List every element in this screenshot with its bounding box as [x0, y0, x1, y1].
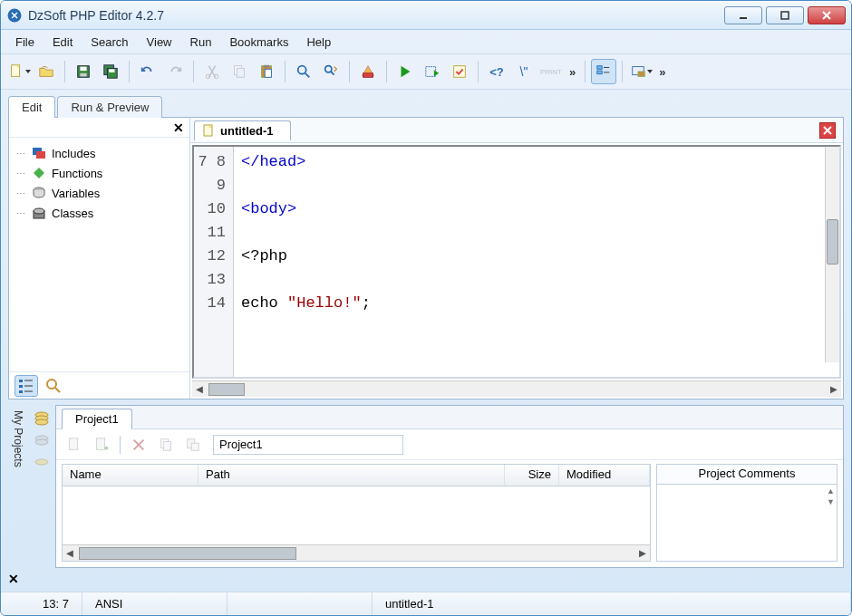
code-body[interactable]: </head> <body> <?php echo "Hello!"; [234, 147, 839, 377]
help-button[interactable] [355, 59, 381, 84]
editor-area: untitled-1 7 8 9 10 11 12 13 14 </head> … [190, 118, 843, 399]
scroll-right-arrow[interactable]: ► [635, 546, 650, 560]
grid-body[interactable] [63, 486, 650, 544]
new-file-button[interactable] [6, 59, 32, 84]
separator [64, 61, 65, 82]
validate-button[interactable] [447, 59, 472, 84]
code-tree: ⋯ Includes ⋯ Functions ⋯ Variables ⋯ [9, 138, 189, 371]
panel-close-icon[interactable]: ✕ [173, 120, 184, 135]
separator [285, 61, 286, 82]
tree-item-includes[interactable]: ⋯ Includes [16, 143, 182, 163]
undo-button[interactable] [135, 59, 160, 84]
horizontal-scrollbar[interactable]: ◄ ► [192, 380, 841, 397]
comments-up-arrow[interactable]: ▲ [827, 486, 835, 496]
close-button[interactable] [808, 6, 846, 24]
redo-button[interactable] [162, 59, 188, 84]
tab-edit[interactable]: Edit [8, 96, 55, 118]
tab-run-preview[interactable]: Run & Preview [57, 96, 162, 118]
col-size[interactable]: Size [505, 465, 559, 486]
paste-button[interactable] [254, 59, 279, 84]
project-single-icon[interactable] [34, 454, 50, 470]
project-tab[interactable]: Project1 [62, 409, 132, 429]
tree-item-functions[interactable]: ⋯ Functions [16, 163, 182, 183]
status-spacer [228, 592, 373, 615]
project-panel-close-icon[interactable]: ✕ [8, 572, 19, 586]
file-tab[interactable]: untitled-1 [194, 120, 291, 140]
project-layer-icon[interactable] [34, 432, 50, 448]
find-replace-button[interactable] [318, 59, 344, 84]
file-close-button[interactable] [819, 122, 836, 139]
view-tabs: Edit Run & Preview [1, 90, 851, 117]
cut-button[interactable] [199, 59, 225, 84]
menu-run[interactable]: Run [183, 33, 219, 52]
toolbar-overflow[interactable]: » [566, 65, 579, 79]
col-name[interactable]: Name [63, 465, 198, 486]
find-button[interactable] [291, 59, 316, 84]
comments-body[interactable]: ▲▼ [657, 485, 837, 561]
project-add-button[interactable] [89, 432, 114, 457]
open-file-button[interactable] [34, 59, 59, 84]
run-select-button[interactable] [420, 59, 445, 84]
tree-item-variables[interactable]: ⋯ Variables [16, 183, 182, 203]
includes-icon [32, 146, 46, 160]
statusbar: 13: 7 ANSI untitled-1 [1, 592, 851, 615]
svg-marker-35 [647, 70, 653, 73]
save-button[interactable] [71, 59, 96, 84]
menu-search[interactable]: Search [83, 33, 135, 52]
menu-view[interactable]: View [140, 33, 179, 52]
project-tabs: Project1 [56, 406, 843, 429]
options-button[interactable] [628, 59, 654, 84]
separator [193, 61, 194, 82]
col-modified[interactable]: Modified [559, 465, 650, 486]
scroll-left-arrow[interactable]: ◄ [63, 546, 77, 560]
project-add-file-button[interactable] [62, 432, 87, 457]
project-delete-button[interactable] [126, 432, 151, 457]
file-tab-label: untitled-1 [220, 124, 274, 138]
separator [120, 436, 121, 454]
col-path[interactable]: Path [198, 465, 505, 486]
code-editor[interactable]: 7 8 9 10 11 12 13 14 </head> <body> <?ph… [192, 145, 841, 379]
project-name-value: Project1 [219, 438, 263, 451]
project-copy-button[interactable] [153, 432, 179, 457]
project-paste-button[interactable] [180, 432, 206, 457]
comments-down-arrow[interactable]: ▼ [827, 497, 835, 506]
menu-file[interactable]: File [8, 33, 42, 52]
menu-bookmarks[interactable]: Bookmarks [222, 33, 295, 52]
svg-marker-25 [402, 66, 411, 78]
tree-label: Functions [52, 167, 102, 180]
file-icon [202, 124, 215, 137]
project-toolbar: Project1 [56, 429, 843, 460]
menu-help[interactable]: Help [299, 33, 338, 52]
maximize-button[interactable] [766, 6, 804, 24]
svg-point-58 [35, 439, 48, 445]
svg-point-41 [34, 208, 44, 214]
save-all-button[interactable] [98, 59, 123, 84]
project-stack-icon[interactable] [34, 410, 50, 427]
scroll-right-arrow[interactable]: ► [827, 382, 841, 396]
menu-edit[interactable]: Edit [45, 33, 80, 52]
scroll-left-arrow[interactable]: ◄ [192, 382, 207, 396]
tree-label: Variables [52, 187, 100, 200]
run-button[interactable] [392, 59, 418, 84]
copy-button[interactable] [227, 59, 252, 84]
toolbar-overflow-2[interactable]: » [655, 65, 669, 79]
svg-rect-42 [19, 380, 23, 382]
php-tag-button[interactable]: <? [484, 59, 509, 84]
scrollbar-thumb[interactable] [79, 547, 296, 560]
vertical-scrollbar[interactable] [825, 147, 839, 362]
search-view-button[interactable] [42, 375, 65, 397]
status-position: 13: 7 [1, 592, 82, 615]
toolbar: <? \" PRINT » » [1, 53, 851, 90]
project-name-field[interactable]: Project1 [213, 435, 403, 455]
scrollbar-thumb[interactable] [827, 219, 838, 265]
tree-item-classes[interactable]: ⋯ Classes [16, 203, 182, 223]
svg-rect-37 [36, 151, 45, 159]
minimize-button[interactable] [724, 6, 762, 24]
string-button[interactable]: \" [511, 59, 537, 84]
svg-rect-43 [19, 385, 23, 388]
code-explorer-button[interactable] [591, 59, 616, 84]
scrollbar-thumb[interactable] [208, 383, 245, 396]
grid-scrollbar[interactable]: ◄ ► [63, 544, 650, 561]
tree-view-button[interactable] [15, 375, 38, 397]
print-button[interactable]: PRINT [538, 59, 564, 84]
